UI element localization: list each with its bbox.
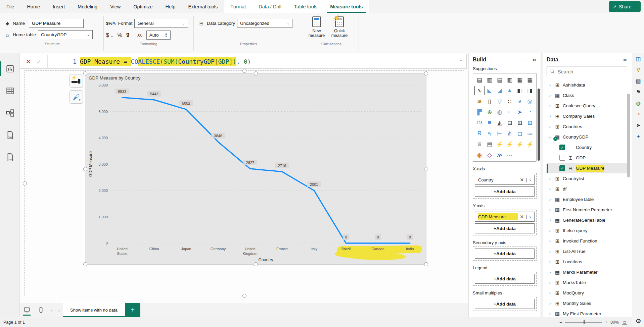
remove-field-icon[interactable]: ✕ xyxy=(518,214,526,219)
visual-handle[interactable] xyxy=(254,262,258,266)
model-view-button[interactable] xyxy=(0,104,20,122)
formula-collapse-button[interactable]: ⌃ xyxy=(455,59,466,64)
multi-row-card-icon[interactable]: ≡ xyxy=(485,118,495,127)
field-row[interactable]: ✓⊟GDP Measure xyxy=(547,163,627,173)
donut-chart-icon[interactable]: ◎ xyxy=(525,97,535,106)
table-row[interactable]: ›▦Class xyxy=(547,90,627,101)
goals-icon[interactable]: ♕ xyxy=(474,140,485,149)
add-pane-icon[interactable]: + xyxy=(632,131,644,142)
remove-field-icon[interactable]: ✕ xyxy=(518,177,526,182)
add-data-button[interactable]: +Add data xyxy=(475,249,535,259)
format-dropdown[interactable]: General⌄ xyxy=(134,19,188,28)
chevron-right-icon[interactable]: › xyxy=(548,208,552,212)
visual-handle[interactable] xyxy=(424,262,428,266)
table-row[interactable]: ›⊞Ashishdata xyxy=(547,80,627,90)
build-collapse-icon[interactable]: ≫ xyxy=(532,57,537,62)
smart-narrative-icon[interactable]: ≔ xyxy=(525,129,535,138)
zoom-slider-handle[interactable] xyxy=(584,320,585,324)
chevron-right-icon[interactable]: › xyxy=(548,124,552,129)
table-row[interactable]: ›⊞Countrylist xyxy=(547,173,627,184)
chevron-down-icon[interactable]: ⌄ xyxy=(548,135,552,140)
add-data-button[interactable]: +Add data xyxy=(475,223,535,233)
field-pill[interactable]: GDP Measure✕|› xyxy=(475,212,535,222)
chevron-right-icon[interactable]: › xyxy=(548,197,552,202)
field-checkbox[interactable] xyxy=(559,155,565,161)
auto-filter-3-icon[interactable]: ⚡ xyxy=(525,140,535,149)
menu-item-file[interactable]: File xyxy=(0,0,20,13)
clustered-bar-chart-icon[interactable]: ▤ xyxy=(495,75,505,85)
dax-formula-bar[interactable]: ✕ ✓ 1GDP Measure = COALESCE(SUM(CountryG… xyxy=(20,54,467,69)
new-page-button[interactable]: + xyxy=(125,303,140,317)
field-options-icon[interactable]: › xyxy=(527,214,532,219)
table-view-button[interactable] xyxy=(0,82,20,100)
table-row[interactable]: ›▦First Numeric Parameter xyxy=(547,205,627,215)
slicer-icon[interactable]: ⊟ xyxy=(505,118,515,127)
field-checkbox[interactable]: ✓ xyxy=(559,145,565,150)
visualizations-pane-icon[interactable]: ▤ xyxy=(632,75,644,87)
field-options-icon[interactable]: › xyxy=(527,177,532,182)
chevron-right-icon[interactable]: › xyxy=(548,301,552,306)
table-row[interactable]: ›▦Marks Parameter xyxy=(547,267,627,277)
menu-tab-format[interactable]: Format xyxy=(224,0,252,13)
chevron-right-icon[interactable]: › xyxy=(548,218,552,223)
chevron-right-icon[interactable]: › xyxy=(548,93,552,98)
data-scrollbar[interactable] xyxy=(627,94,630,177)
line-clustered-column-chart-icon[interactable]: ◧ xyxy=(515,86,525,95)
table-row[interactable]: ›⊞Company Sales xyxy=(547,111,627,121)
canvas-handle-bottom[interactable] xyxy=(242,294,246,298)
chevron-right-icon[interactable]: › xyxy=(548,239,552,243)
decimal-places-stepper[interactable]: Auto▲▼ xyxy=(146,31,171,40)
table-row[interactable]: ›⊞If else query xyxy=(547,225,627,236)
table-row[interactable]: ›⊞df xyxy=(547,184,627,194)
field-row[interactable]: ΣGDP xyxy=(547,153,627,163)
map-icon[interactable]: ⊕ xyxy=(485,107,495,117)
table-row[interactable]: ›▦EmployeeTable xyxy=(547,194,627,205)
table-icon[interactable]: ⊞ xyxy=(515,118,525,127)
visual-handle[interactable] xyxy=(83,262,87,266)
power-automate-icon[interactable]: ≫ xyxy=(495,150,505,160)
field-checkbox[interactable]: ✓ xyxy=(559,165,565,171)
chevron-right-icon[interactable]: › xyxy=(548,187,552,192)
format-visual-button[interactable]: 🖌 + xyxy=(70,90,83,104)
chevron-right-icon[interactable]: › xyxy=(548,280,552,285)
chart-line[interactable] xyxy=(122,98,410,243)
data-search-box[interactable]: Search xyxy=(547,66,627,77)
menu-item-view[interactable]: View xyxy=(104,0,127,13)
quick-measure-button[interactable]: ⚡ Quick measure xyxy=(329,16,350,38)
chevron-right-icon[interactable]: › xyxy=(548,83,552,88)
thousands-separator-button[interactable]: 9 xyxy=(126,32,129,39)
power-apps-icon[interactable]: ◇ xyxy=(485,150,495,160)
area-chart-icon[interactable]: ◣ xyxy=(485,86,495,95)
card-icon[interactable]: 123 xyxy=(474,118,485,127)
bookmarks-pane-icon[interactable]: ⚑ xyxy=(632,87,644,98)
auto-filter-2-icon[interactable]: ⚡ xyxy=(515,140,525,149)
stacked-bar-chart-icon[interactable]: ▤ xyxy=(474,75,485,85)
chevron-right-icon[interactable]: › xyxy=(548,270,552,275)
table-row[interactable]: ›⊞Invoked Function xyxy=(547,236,627,246)
table-row[interactable]: ›⊞Locations xyxy=(547,257,627,267)
table-row[interactable]: ⌄▦✓CountryGDP xyxy=(547,132,627,142)
percent-button[interactable]: % xyxy=(118,32,122,38)
field-pill[interactable]: Country✕|› xyxy=(475,175,535,185)
dax-query-view-button[interactable]: DAX xyxy=(0,126,20,144)
funnel-chart-icon[interactable]: ▽ xyxy=(495,97,505,106)
clustered-column-chart-icon[interactable]: ▥ xyxy=(505,75,515,85)
ribbon-chart-icon[interactable]: ≋ xyxy=(474,97,485,106)
visual-handle[interactable] xyxy=(83,167,87,171)
filters-pane-icon[interactable]: ∇ xyxy=(632,64,644,75)
gauge-icon[interactable]: ◔ xyxy=(525,107,535,117)
zoom-in-button[interactable]: + xyxy=(605,320,607,325)
table-row[interactable]: ›▦My First Parameter xyxy=(547,309,627,317)
menu-tab-table-tools[interactable]: Table tools xyxy=(288,0,324,13)
filled-map-icon[interactable]: ◍ xyxy=(495,107,505,117)
shape-map-icon[interactable]: ◌ xyxy=(505,107,515,117)
menu-item-optimize[interactable]: Optimize xyxy=(127,0,159,13)
visual-handle[interactable] xyxy=(424,71,428,75)
menu-tab-measure-tools[interactable]: Measure tools xyxy=(324,0,369,13)
data-category-dropdown[interactable]: Uncategorized⌄ xyxy=(237,19,292,28)
formula-cancel-icon[interactable]: ✕ xyxy=(26,58,31,65)
pct-stacked-column-chart-icon[interactable]: ▦ xyxy=(525,75,535,85)
chevron-right-icon[interactable]: › xyxy=(548,260,552,264)
table-row[interactable]: ›⊞List-AllTrue xyxy=(547,246,627,257)
pct-stacked-bar-chart-icon[interactable]: ▦ xyxy=(515,75,525,85)
